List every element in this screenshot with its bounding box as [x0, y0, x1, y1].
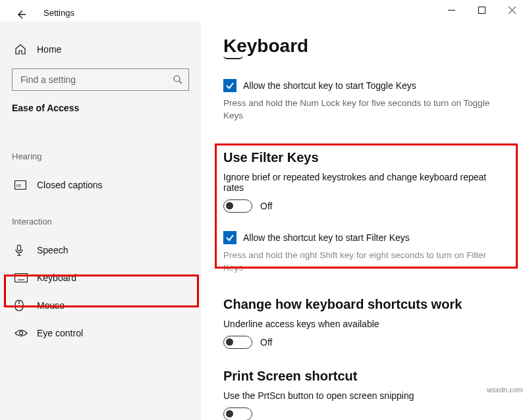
underline-access-toggle-state: Off — [260, 337, 272, 348]
underline-access-toggle-row: Off — [223, 336, 507, 349]
filter-keys-toggle-state: Off — [260, 201, 272, 211]
home-icon — [14, 43, 28, 55]
sidebar-group-hearing: Hearing — [0, 113, 201, 161]
shortcuts-heading: Change how keyboard shortcuts work — [223, 297, 507, 312]
search-input[interactable] — [20, 74, 173, 85]
sidebar-category: Ease of Access — [0, 91, 201, 113]
svg-rect-1 — [478, 7, 485, 13]
toggle-keys-shortcut-checkbox[interactable] — [223, 79, 236, 92]
printscreen-desc: Use the PrtScn button to open screen sni… — [223, 390, 507, 401]
filter-keys-shortcut-checkbox[interactable] — [223, 231, 236, 244]
printscreen-heading: Print Screen shortcut — [223, 369, 507, 384]
filter-keys-checkbox-row: Allow the shortcut key to start Filter K… — [223, 231, 507, 244]
titlebar: Settings — [0, 0, 527, 21]
printscreen-toggle[interactable] — [223, 407, 252, 420]
svg-rect-7 — [15, 274, 28, 282]
close-button[interactable] — [497, 0, 527, 20]
svg-point-15 — [20, 332, 23, 335]
sidebar-item-eye-control[interactable]: Eye control — [0, 320, 201, 346]
check-icon — [225, 233, 235, 242]
window-controls — [436, 0, 527, 20]
arrow-left-icon — [16, 9, 26, 20]
svg-rect-6 — [18, 245, 21, 251]
toggle-keys-checkbox-row: Allow the shortcut key to start Toggle K… — [223, 79, 507, 92]
closed-captions-icon: cc — [14, 180, 28, 190]
sidebar: Home Ease of Access Hearing cc Closed ca… — [0, 21, 201, 420]
filter-keys-toggle[interactable] — [223, 199, 252, 213]
sidebar-group-interaction: Interaction — [0, 198, 201, 226]
svg-point-2 — [174, 76, 180, 82]
filter-keys-desc: Ignore brief or repeated keystrokes and … — [223, 172, 507, 193]
underline-access-label: Underline access keys when available — [223, 319, 507, 329]
sidebar-home[interactable]: Home — [0, 39, 201, 59]
sidebar-item-speech[interactable]: Speech — [0, 237, 201, 263]
printscreen-toggle-row — [223, 407, 507, 420]
filter-keys-checkbox-desc: Press and hold the right Shift key for e… — [223, 249, 500, 275]
svg-text:cc: cc — [16, 183, 22, 188]
watermark: wsxdn.com — [487, 386, 523, 394]
filter-keys-heading: Use Filter Keys — [223, 150, 507, 165]
sidebar-item-closed-captions[interactable]: cc Closed captions — [0, 172, 201, 198]
mouse-icon — [14, 300, 28, 311]
keyboard-icon — [14, 273, 28, 282]
back-button[interactable] — [13, 7, 29, 22]
search-box[interactable] — [12, 68, 189, 91]
microphone-icon — [14, 244, 28, 256]
underline-access-toggle[interactable] — [223, 336, 252, 349]
window-title: Settings — [43, 8, 74, 18]
main-panel: Keyboard Allow the shortcut key to start… — [201, 21, 527, 420]
nav-label: Eye control — [37, 328, 83, 338]
minimize-button[interactable] — [436, 0, 466, 20]
sidebar-item-keyboard[interactable]: Keyboard — [0, 265, 201, 291]
toggle-keys-checkbox-label: Allow the shortcut key to start Toggle K… — [243, 80, 416, 91]
search-icon — [173, 74, 183, 85]
sidebar-home-label: Home — [37, 44, 61, 55]
sidebar-item-mouse[interactable]: Mouse — [0, 292, 201, 319]
check-icon — [225, 81, 235, 90]
maximize-button[interactable] — [466, 0, 497, 20]
filter-keys-checkbox-label: Allow the shortcut key to start Filter K… — [243, 232, 410, 243]
svg-line-3 — [179, 81, 182, 84]
nav-label: Closed captions — [37, 180, 103, 190]
eye-icon — [14, 328, 28, 338]
nav-label: Keyboard — [37, 273, 76, 283]
nav-label: Speech — [37, 245, 68, 255]
toggle-keys-desc: Press and hold the Num Lock key for five… — [223, 97, 500, 122]
nav-label: Mouse — [37, 300, 65, 311]
page-title: Keyboard — [223, 36, 507, 57]
filter-keys-toggle-row: Off — [223, 199, 507, 213]
